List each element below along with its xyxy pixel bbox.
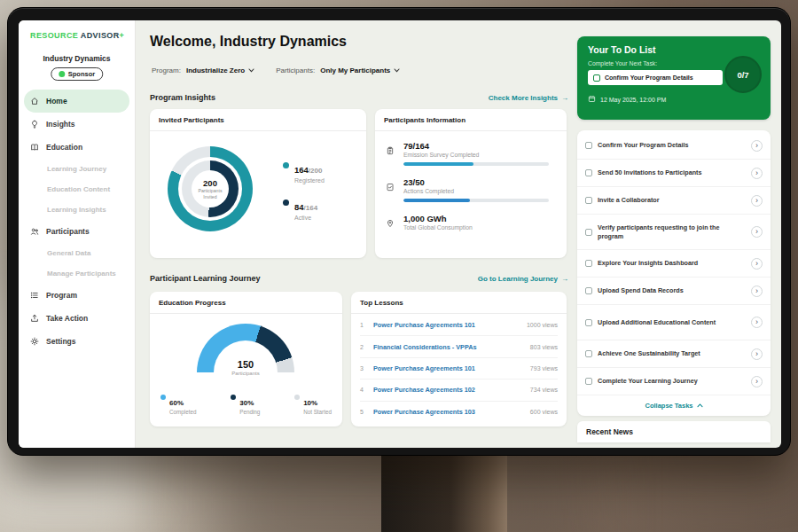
task-checkbox[interactable] — [585, 287, 592, 294]
invited-participants-card: Invited Participants 200 Participants In… — [150, 109, 366, 258]
task-row[interactable]: Verify participants requesting to join t… — [577, 215, 771, 250]
gauge-center-value: 150 — [197, 360, 294, 370]
legend-item-completed: 60% Completed — [160, 393, 196, 415]
sidebar-item-education[interactable]: Education — [19, 136, 135, 159]
top-lessons-card: Top Lessons 1 Power Purchase Agreements … — [351, 292, 567, 426]
info-row-emission-survey: 79/164 Emission Survey Completed — [386, 141, 556, 166]
todo-progress-ring: 0/7 — [724, 56, 762, 93]
background: RESOURCE ADVISOR+ Industry Dynamics Spon… — [0, 0, 798, 532]
task-chevron-icon[interactable]: › — [751, 376, 763, 387]
task-chevron-icon[interactable]: › — [751, 168, 763, 179]
task-chevron-icon[interactable]: › — [751, 226, 763, 238]
sidebar-item-general-data[interactable]: General Data — [19, 243, 135, 263]
task-row[interactable]: Upload Additional Educational Content › — [577, 305, 771, 340]
legend-dot — [283, 162, 289, 168]
task-checkbox[interactable] — [585, 260, 592, 267]
sidebar-item-education-content[interactable]: Education Content — [19, 179, 135, 200]
participants-filter-dropdown[interactable]: Only My Participants — [320, 66, 400, 74]
task-row[interactable]: Achieve One Sustainability Target › — [577, 340, 771, 368]
sidebar-item-label: Home — [46, 97, 67, 106]
todo-next-task[interactable]: Confirm Your Program Details — [588, 70, 723, 85]
sidebar-item-label: General Data — [47, 249, 90, 257]
task-chevron-icon[interactable]: › — [751, 195, 763, 207]
sidebar-item-take-action[interactable]: Take Action — [19, 307, 135, 330]
task-chevron-icon[interactable]: › — [751, 258, 763, 270]
calendar-icon — [588, 95, 596, 104]
task-checkbox[interactable] — [585, 319, 592, 326]
chevron-down-icon — [394, 66, 400, 74]
task-chevron-icon[interactable]: › — [751, 348, 763, 360]
insights-icon — [30, 120, 40, 129]
task-chevron-icon[interactable]: › — [751, 140, 763, 152]
sidebar-item-manage-participants[interactable]: Manage Participants — [19, 263, 135, 284]
monitor-stand — [381, 450, 507, 532]
todo-summary-card: Your To Do List 0/7 Complete Your Next T… — [577, 36, 771, 120]
check-more-insights-link[interactable]: Check More Insights→ — [489, 94, 568, 102]
todo-title: Your To Do List — [588, 44, 656, 55]
lesson-link[interactable]: Power Purchase Agreements 103 — [373, 408, 524, 416]
program-filter-label: Program: — [152, 66, 181, 74]
sidebar-item-label: Settings — [46, 337, 76, 346]
sidebar-nav: Home Insights Education Learning Journey — [19, 90, 135, 353]
sidebar-item-label: Education Content — [47, 185, 110, 193]
education-icon — [30, 143, 40, 152]
card-title: Invited Participants — [150, 109, 366, 131]
sponsor-badge[interactable]: Sponsor — [51, 67, 103, 81]
legend-dot — [294, 395, 300, 400]
todo-progress-value: 0/7 — [737, 70, 748, 80]
next-task-checkbox[interactable] — [593, 74, 600, 82]
task-checkbox[interactable] — [585, 350, 592, 357]
lesson-link[interactable]: Power Purchase Agreements 102 — [373, 386, 524, 394]
donut-center-label: Participants Invited — [195, 188, 225, 199]
task-checkbox[interactable] — [585, 142, 592, 149]
task-row[interactable]: Confirm Your Program Details › — [577, 132, 771, 160]
task-checkbox[interactable] — [585, 169, 592, 176]
survey-icon — [386, 143, 395, 159]
task-row[interactable]: Upload Spend Data Records › — [577, 278, 771, 305]
program-filter: Program: Industrialize Zero — [152, 66, 254, 74]
gauge-legend: 60% Completed 30% Pending 10% Not Starte… — [160, 393, 332, 415]
participants-filter-label: Participants: — [276, 66, 315, 74]
task-checkbox[interactable] — [585, 197, 592, 204]
task-chevron-icon[interactable]: › — [751, 317, 763, 328]
card-title: Education Progress — [150, 292, 342, 314]
sidebar-item-label: Program — [46, 291, 77, 300]
donut-center-value: 200 — [203, 178, 217, 188]
collapse-tasks-link[interactable]: Collapse Tasks — [577, 395, 771, 415]
task-chevron-icon[interactable]: › — [751, 286, 763, 297]
org-name: Industry Dynamics — [19, 54, 135, 63]
sidebar-item-learning-insights[interactable]: Learning Insights — [19, 200, 135, 220]
sidebar: RESOURCE ADVISOR+ Industry Dynamics Spon… — [19, 20, 136, 448]
sidebar-item-program[interactable]: Program — [19, 284, 135, 307]
settings-icon — [30, 337, 40, 346]
sidebar-item-settings[interactable]: Settings — [19, 330, 135, 353]
page-title: Welcome, Industry Dynamics — [150, 34, 347, 50]
sidebar-item-insights[interactable]: Insights — [19, 113, 135, 136]
task-row[interactable]: Invite a Collaborator › — [577, 187, 771, 215]
participants-filter: Participants: Only My Participants — [276, 66, 400, 74]
task-checkbox[interactable] — [585, 229, 592, 236]
lesson-rows: 1 Power Purchase Agreements 101 1000 vie… — [351, 314, 567, 423]
task-row[interactable]: Send 50 Invitations to Participants › — [577, 160, 771, 187]
sidebar-item-participants[interactable]: Participants — [19, 220, 135, 243]
learning-journey-header: Participant Learning Journey Go to Learn… — [150, 274, 568, 283]
go-to-learning-journey-link[interactable]: Go to Learning Journey→ — [478, 275, 568, 283]
sidebar-item-learning-journey[interactable]: Learning Journey — [19, 159, 135, 179]
sidebar-item-home[interactable]: Home — [24, 90, 129, 113]
home-icon — [30, 97, 40, 106]
lesson-row: 1 Power Purchase Agreements 101 1000 vie… — [360, 315, 558, 336]
program-insights-header: Program Insights Check More Insights→ — [150, 93, 568, 102]
lesson-link[interactable]: Financial Considerations - VPPAs — [373, 343, 524, 351]
task-checkbox[interactable] — [585, 378, 592, 385]
task-row[interactable]: Complete Your Learning Journey › — [577, 368, 771, 395]
lesson-link[interactable]: Power Purchase Agreements 101 — [373, 364, 524, 372]
sponsor-icon — [59, 71, 65, 77]
actions-icon — [386, 179, 395, 195]
lesson-row: 2 Financial Considerations - VPPAs 803 v… — [360, 336, 558, 357]
todo-task-list: Confirm Your Program Details › Send 50 I… — [577, 130, 771, 416]
program-filter-dropdown[interactable]: Industrialize Zero — [186, 66, 254, 74]
task-row[interactable]: Explore Your Insights Dashboard › — [577, 250, 771, 278]
lesson-link[interactable]: Power Purchase Agreements 101 — [373, 321, 520, 329]
sidebar-item-label: Insights — [46, 120, 75, 129]
chevron-down-icon — [248, 66, 254, 74]
